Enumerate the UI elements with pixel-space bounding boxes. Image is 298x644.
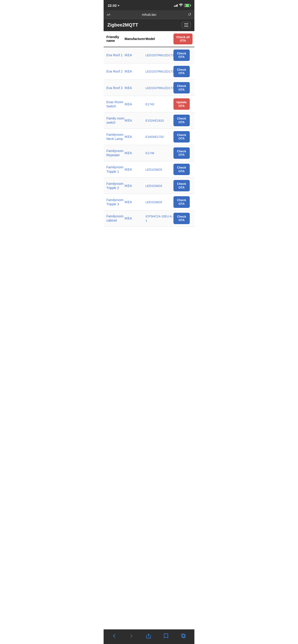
- table-row: Eva Roof 2 IKEA LED1537R6/LED1739R5 Chec…: [104, 64, 194, 80]
- check-all-ota-button[interactable]: Check all OTA: [174, 34, 193, 44]
- check-ota-button[interactable]: Check OTA: [174, 131, 190, 142]
- location-icon: ➤: [117, 4, 119, 7]
- device-name[interactable]: Familyroom Tripple 1: [106, 165, 124, 174]
- update-ota-button[interactable]: Update OTA: [174, 98, 190, 110]
- url-bar[interactable]: aA mhub.lan ↺: [104, 10, 194, 19]
- device-name[interactable]: Eva Roof 1: [106, 53, 124, 57]
- device-manufacturer[interactable]: IKEA: [124, 118, 145, 122]
- table-row: Familyroom Neck Lamp IKEA E1603/E1702 Ch…: [104, 129, 194, 145]
- device-manufacturer[interactable]: IKEA: [124, 200, 145, 204]
- device-model[interactable]: E1746: [145, 151, 174, 155]
- device-model[interactable]: LED1536G5: [145, 200, 174, 204]
- table-row: Familyroom Tripple 2 IKEA LED1536G5 Chec…: [104, 178, 194, 194]
- battery-icon: ⚡: [184, 4, 190, 7]
- signal-icon: [174, 4, 178, 7]
- table-row: Evas Room Switch IKEA E1743 Update OTA: [104, 96, 194, 112]
- device-model[interactable]: LED1537R6/LED1739R5: [145, 69, 174, 74]
- check-ota-button[interactable]: Check OTA: [174, 213, 190, 224]
- reader-mode-button[interactable]: aA: [107, 13, 110, 16]
- table-row: Familyroom Repeater IKEA E1746 Check OTA: [104, 145, 194, 161]
- device-name[interactable]: Eva Roof 2: [106, 69, 124, 74]
- device-model[interactable]: LED1537R6/LED1739R5: [145, 86, 174, 90]
- device-name[interactable]: Eva Roof 3: [106, 86, 124, 90]
- device-model[interactable]: LED1536G5: [145, 168, 174, 172]
- device-manufacturer[interactable]: IKEA: [124, 69, 145, 74]
- status-time: 22:02 ➤: [108, 4, 119, 8]
- app-title: Zigbee2MQTT: [107, 22, 138, 28]
- device-manufacturer[interactable]: IKEA: [124, 53, 145, 57]
- wifi-icon: [179, 4, 183, 7]
- device-manufacturer[interactable]: IKEA: [124, 184, 145, 188]
- nav-bar: Zigbee2MQTT: [104, 19, 194, 31]
- status-icons: ⚡: [174, 4, 190, 7]
- table-row: Eva Roof 1 IKEA LED1537R6/LED1739R5 Chec…: [104, 47, 194, 64]
- device-name[interactable]: Familyroom Tripple 2: [106, 182, 124, 190]
- check-ota-button[interactable]: Check OTA: [174, 66, 190, 77]
- device-name[interactable]: Familyroom Neck Lamp: [106, 132, 124, 141]
- check-ota-button[interactable]: Check OTA: [174, 164, 190, 175]
- check-ota-button[interactable]: Check OTA: [174, 50, 190, 61]
- table-row: Familyroom cabinet IKEA ICPSHC24-10EU-IL…: [104, 210, 194, 227]
- menu-button[interactable]: [182, 22, 191, 28]
- device-manufacturer[interactable]: IKEA: [124, 86, 145, 90]
- device-manufacturer[interactable]: IKEA: [124, 216, 145, 220]
- device-name[interactable]: Familyroom Tripple 3: [106, 198, 124, 206]
- device-name[interactable]: Familyroom cabinet: [106, 214, 124, 222]
- device-manufacturer[interactable]: IKEA: [124, 168, 145, 172]
- table-row: Familyroom Tripple 3 IKEA LED1536G5 Chec…: [104, 194, 194, 210]
- device-manufacturer[interactable]: IKEA: [124, 134, 145, 139]
- check-ota-button[interactable]: Check OTA: [174, 114, 190, 126]
- device-name[interactable]: Familyroom Repeater: [106, 149, 124, 157]
- col-friendly-name: Friendly name: [106, 35, 124, 42]
- device-model[interactable]: LED1536G5: [145, 184, 174, 188]
- table-row: Familyroom Tripple 1 IKEA LED1536G5 Chec…: [104, 161, 194, 178]
- device-model[interactable]: E1524/E1810: [145, 118, 174, 122]
- device-model[interactable]: LED1537R6/LED1739R5: [145, 53, 174, 57]
- devices-table: Friendly name Manufacturer Model Check a…: [104, 31, 194, 227]
- table-row: Eva Roof 3 IKEA LED1537R6/LED1739R5 Chec…: [104, 80, 194, 96]
- check-ota-button[interactable]: Check OTA: [174, 196, 190, 208]
- device-name[interactable]: Family room switch: [106, 116, 124, 124]
- device-manufacturer[interactable]: IKEA: [124, 151, 145, 155]
- check-ota-button[interactable]: Check OTA: [174, 82, 190, 94]
- table-header: Friendly name Manufacturer Model Check a…: [104, 31, 194, 47]
- device-manufacturer[interactable]: IKEA: [124, 102, 145, 106]
- col-model: Model: [145, 37, 174, 41]
- time-display: 22:02: [108, 4, 117, 8]
- table-row: Family room switch IKEA E1524/E1810 Chec…: [104, 112, 194, 128]
- reload-button[interactable]: ↺: [188, 12, 191, 17]
- device-model[interactable]: ICPSHC24-10EU-IL-1: [145, 214, 174, 222]
- col-manufacturer: Manufacturer: [124, 37, 145, 41]
- device-model[interactable]: E1603/E1702: [145, 134, 174, 139]
- status-bar: 22:02 ➤ ⚡: [104, 0, 194, 10]
- device-model[interactable]: E1743: [145, 102, 174, 106]
- check-ota-button[interactable]: Check OTA: [174, 148, 190, 159]
- device-name[interactable]: Evas Room Switch: [106, 100, 124, 108]
- url-display[interactable]: mhub.lan: [112, 12, 186, 16]
- check-ota-button[interactable]: Check OTA: [174, 180, 190, 191]
